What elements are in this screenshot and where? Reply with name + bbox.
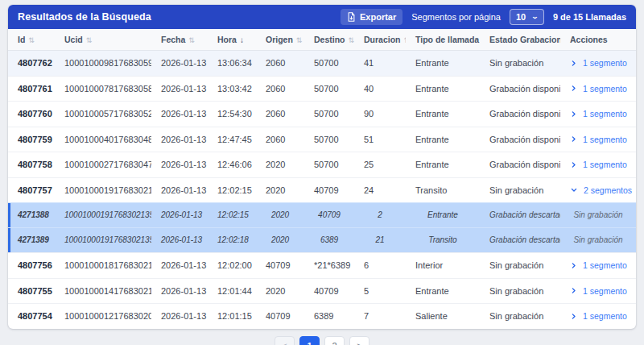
column-label: Id xyxy=(18,35,25,44)
cell-acciones: 1 segmento xyxy=(560,51,636,77)
cell-acciones: 1 segmento xyxy=(560,76,636,102)
cell-fecha: 2026-01-13 xyxy=(151,253,208,279)
page-background: Resultados de la Búsqueda Exportar Segme… xyxy=(0,0,644,345)
cell-ucid: 10001000191768302135 xyxy=(55,177,151,203)
column-header-origen[interactable]: Origen⇅ xyxy=(256,29,304,51)
cell-fecha: 2026-01-13 xyxy=(151,127,208,152)
table-row: 4807756100010001817683021202026-01-1312:… xyxy=(8,253,636,279)
column-header-id[interactable]: Id⇅ xyxy=(8,29,55,51)
column-header-destino[interactable]: Destino⇅ xyxy=(304,29,354,51)
cell-destino: 50700 xyxy=(304,152,354,178)
cell-acciones: 2 segmentos xyxy=(560,177,636,203)
segments-per-page-label: Segmentos por página xyxy=(411,12,501,22)
cell-destino: 40709 xyxy=(304,203,354,228)
column-label: Tipo de llamada xyxy=(415,35,479,44)
table-row: 4807759100010004017683048652026-01-1312:… xyxy=(8,127,636,152)
segments-toggle[interactable]: 2 segmentos xyxy=(570,185,632,195)
column-header-ucid[interactable]: Ucid⇅ xyxy=(55,29,151,51)
column-header-hora[interactable]: Hora↓ xyxy=(208,29,256,51)
cell-estado: Grabación disponible xyxy=(480,102,560,127)
cell-origen: 40709 xyxy=(256,253,304,279)
cell-origen: 2020 xyxy=(256,228,304,253)
segments-toggle-label: 1 segmento xyxy=(583,260,627,270)
column-label: Origen xyxy=(266,35,293,44)
cell-origen: 2060 xyxy=(256,102,304,127)
table-row: 4807761100010007817683058222026-01-1313:… xyxy=(8,76,636,102)
cell-duracion: 51 xyxy=(354,127,406,152)
column-header-duracion[interactable]: Duracion⇅ xyxy=(354,29,406,51)
cell-duracion: 41 xyxy=(354,51,406,77)
cell-ucid: 10001000781768305822 xyxy=(55,76,151,102)
segments-toggle[interactable]: 1 segmento xyxy=(570,286,627,296)
cell-origen: 2020 xyxy=(256,152,304,178)
segments-toggle[interactable]: 1 segmento xyxy=(570,160,627,169)
cell-origen: 40709 xyxy=(256,304,304,329)
cell-fecha: 2026-01-13 xyxy=(151,228,208,253)
cell-estado: Grabación disponible xyxy=(480,76,560,102)
cell-duracion: 25 xyxy=(354,152,406,178)
cell-fecha: 2026-01-13 xyxy=(151,203,208,228)
export-button[interactable]: Exportar xyxy=(341,9,402,25)
segments-toggle[interactable]: 1 segmento xyxy=(570,58,627,68)
column-header-estado[interactable]: Estado Grabacion⇅ xyxy=(480,29,560,51)
table-row: 4807758100010002717683047662026-01-1312:… xyxy=(8,152,636,178)
pagination-page-1[interactable]: 1 xyxy=(299,336,320,345)
cell-hora: 12:54:30 xyxy=(208,102,256,127)
cell-origen: 2060 xyxy=(256,76,304,102)
segment-subrow: 4271388100010001917683021352026-01-1312:… xyxy=(8,203,636,228)
cell-ucid: 10001000191768302135 xyxy=(55,228,151,253)
cell-accion: Sin grabación xyxy=(560,228,636,253)
file-export-icon xyxy=(347,12,356,22)
cell-origen: 2020 xyxy=(256,177,304,203)
cell-origen: 2020 xyxy=(256,203,304,228)
cell-duracion: 7 xyxy=(354,304,406,329)
segments-per-page-select[interactable]: 10 ⌄ xyxy=(510,9,544,25)
cell-acciones: 1 segmento xyxy=(560,253,636,279)
cell-accion: Sin grabación xyxy=(560,203,636,228)
chevron-right-icon xyxy=(570,110,577,118)
cell-tipo: Entrante xyxy=(406,278,480,304)
cell-tipo: Interior xyxy=(406,253,480,279)
table-header-row: Id⇅Ucid⇅Fecha⇅Hora↓Origen⇅Destino⇅Duraci… xyxy=(8,29,636,51)
pagination-prev[interactable]: < xyxy=(275,336,295,345)
cell-acciones: 1 segmento xyxy=(560,152,636,178)
table-row: 4807762100010009817683059942026-01-1313:… xyxy=(8,51,636,77)
chevron-right-icon xyxy=(570,262,577,269)
cell-hora: 13:06:34 xyxy=(208,51,256,77)
column-header-acciones: Acciones xyxy=(560,29,636,51)
cell-id: 4807758 xyxy=(8,152,55,178)
pagination-page-2[interactable]: 2 xyxy=(324,336,345,345)
cell-destino: 6389 xyxy=(304,228,354,253)
segments-toggle[interactable]: 1 segmento xyxy=(570,84,627,94)
cell-destino: 50700 xyxy=(304,76,354,102)
cell-id: 4807761 xyxy=(8,76,55,102)
cell-ucid: 10001000141768302104 xyxy=(55,278,151,304)
segments-toggle[interactable]: 1 segmento xyxy=(570,260,627,270)
column-label: Hora xyxy=(217,35,237,44)
chevron-right-icon xyxy=(570,85,577,92)
cell-id: 4807760 xyxy=(8,102,55,127)
cell-duracion: 5 xyxy=(354,278,406,304)
cell-ucid: 10001000181768302120 xyxy=(55,253,151,279)
pagination-next[interactable]: > xyxy=(349,336,369,345)
column-label: Duracion xyxy=(364,35,401,44)
cell-estado: Sin grabación xyxy=(480,253,560,279)
segments-toggle[interactable]: 1 segmento xyxy=(570,311,627,321)
cell-id: 4807759 xyxy=(8,127,55,152)
segments-toggle[interactable]: 1 segmento xyxy=(570,135,627,144)
cell-estado: Sin grabación xyxy=(480,304,560,329)
cell-destino: 50700 xyxy=(304,127,354,152)
cell-ucid: 10001000121768302075 xyxy=(55,304,151,329)
cell-hora: 12:02:00 xyxy=(208,253,256,279)
cell-fecha: 2026-01-13 xyxy=(151,102,208,127)
column-label: Fecha xyxy=(161,35,185,44)
cell-hora: 12:01:15 xyxy=(208,304,256,329)
segments-toggle-label: 1 segmento xyxy=(583,84,627,94)
column-header-tipo[interactable]: Tipo de llamada⇅ xyxy=(406,29,480,51)
cell-estado: Grabación disponible xyxy=(480,127,560,152)
cell-destino: 40709 xyxy=(304,177,354,203)
cell-acciones: 1 segmento xyxy=(560,127,636,152)
column-header-fecha[interactable]: Fecha⇅ xyxy=(151,29,208,51)
segments-toggle[interactable]: 1 segmento xyxy=(570,109,627,118)
sort-icon: ⇅ xyxy=(28,36,35,44)
